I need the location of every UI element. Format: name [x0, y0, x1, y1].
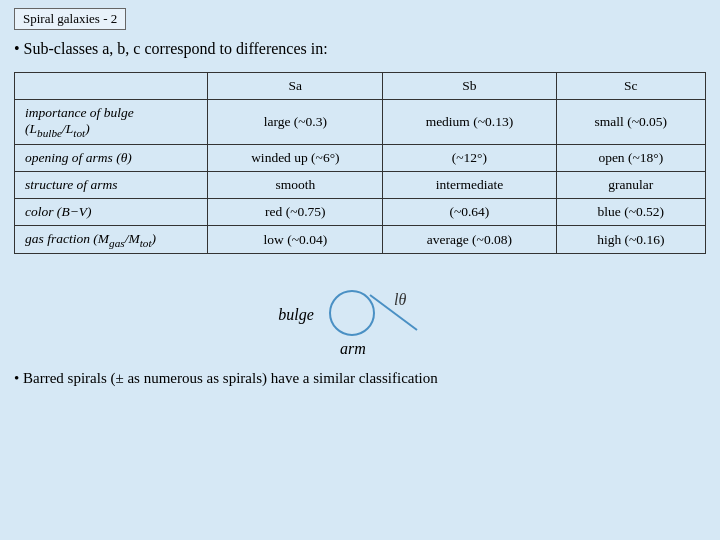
- cell-sa-structure: smooth: [208, 171, 383, 198]
- row-label-color: color (B−V): [15, 198, 208, 225]
- cell-sb-color: (~0.64): [383, 198, 556, 225]
- col-sa: Sa: [208, 73, 383, 100]
- table-row: gas fraction (Mgas/Mtot) low (~0.04) ave…: [15, 225, 706, 254]
- col-sc: Sc: [556, 73, 705, 100]
- col-sb: Sb: [383, 73, 556, 100]
- row-label-structure: structure of arms: [15, 171, 208, 198]
- cell-sa-color: red (~0.75): [208, 198, 383, 225]
- cell-sc-opening: open (~18°): [556, 144, 705, 171]
- subheading: • Sub-classes a, b, c correspond to diff…: [14, 40, 706, 58]
- svg-point-0: [330, 291, 374, 335]
- cell-sb-gas: average (~0.08): [383, 225, 556, 254]
- cell-sc-bulge: small (~0.05): [556, 100, 705, 145]
- cell-sa-bulge: large (~0.3): [208, 100, 383, 145]
- row-label-opening: opening of arms (θ): [15, 144, 208, 171]
- arm-label: arm: [340, 340, 366, 358]
- cell-sb-bulge: medium (~0.13): [383, 100, 556, 145]
- cell-sc-structure: granular: [556, 171, 705, 198]
- svg-text:lθ: lθ: [394, 291, 406, 308]
- page-title: Spiral galaxies - 2: [14, 8, 126, 30]
- row-label-gas: gas fraction (Mgas/Mtot): [15, 225, 208, 254]
- bulge-label: bulge: [278, 306, 314, 324]
- cell-sa-opening: winded up (~6°): [208, 144, 383, 171]
- table-header-row: Sa Sb Sc: [15, 73, 706, 100]
- cell-sb-opening: (~12°): [383, 144, 556, 171]
- main-content: • Sub-classes a, b, c correspond to diff…: [14, 40, 706, 387]
- table-row: structure of arms smooth intermediate gr…: [15, 171, 706, 198]
- table-row: color (B−V) red (~0.75) (~0.64) blue (~0…: [15, 198, 706, 225]
- bottom-text: • Barred spirals (± as numerous as spira…: [14, 370, 706, 387]
- row-label-bulge: importance of bulge (Lbulbe/Ltot): [15, 100, 208, 145]
- table-row: importance of bulge (Lbulbe/Ltot) large …: [15, 100, 706, 145]
- diagram-area: bulge lθ arm: [14, 270, 706, 360]
- classification-table: Sa Sb Sc importance of bulge (Lbulbe/Lto…: [14, 72, 706, 254]
- cell-sc-gas: high (~0.16): [556, 225, 705, 254]
- cell-sc-color: blue (~0.52): [556, 198, 705, 225]
- cell-sa-gas: low (~0.04): [208, 225, 383, 254]
- table-row: opening of arms (θ) winded up (~6°) (~12…: [15, 144, 706, 171]
- cell-sb-structure: intermediate: [383, 171, 556, 198]
